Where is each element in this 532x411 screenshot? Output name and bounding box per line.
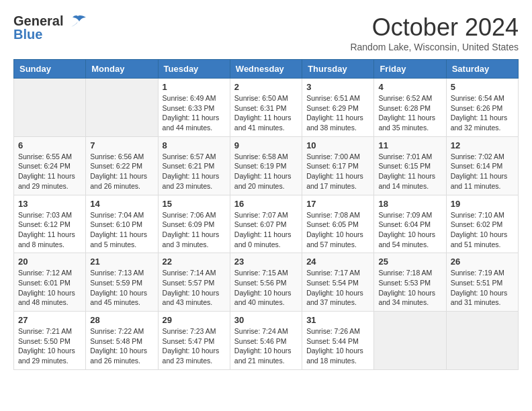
- calendar-week-row: 13Sunrise: 7:03 AMSunset: 6:12 PMDayligh…: [14, 195, 519, 253]
- day-number: 14: [90, 199, 153, 209]
- calendar-week-row: 20Sunrise: 7:12 AMSunset: 6:01 PMDayligh…: [14, 253, 519, 312]
- day-number: 25: [378, 257, 441, 267]
- day-of-week-header: Saturday: [446, 60, 518, 79]
- day-info: Sunrise: 7:08 AMSunset: 6:05 PMDaylight:…: [306, 210, 369, 250]
- calendar-cell: 22Sunrise: 7:14 AMSunset: 5:57 PMDayligh…: [158, 253, 230, 312]
- day-info: Sunrise: 6:56 AMSunset: 6:22 PMDaylight:…: [90, 152, 153, 191]
- day-info: Sunrise: 7:26 AMSunset: 5:44 PMDaylight:…: [306, 326, 369, 366]
- calendar-cell: 9Sunrise: 6:58 AMSunset: 6:19 PMDaylight…: [230, 136, 302, 195]
- calendar-cell: 20Sunrise: 7:12 AMSunset: 6:01 PMDayligh…: [14, 253, 86, 312]
- logo-bird-icon: [69, 15, 87, 30]
- day-number: 2: [234, 82, 298, 92]
- day-number: 27: [18, 315, 81, 325]
- calendar-cell: 26Sunrise: 7:19 AMSunset: 5:51 PMDayligh…: [446, 253, 518, 312]
- day-number: 22: [163, 257, 226, 267]
- calendar-cell: [446, 312, 518, 370]
- day-number: 21: [90, 257, 153, 267]
- calendar-cell: 12Sunrise: 7:02 AMSunset: 6:14 PMDayligh…: [446, 136, 518, 195]
- day-of-week-header: Friday: [374, 60, 446, 79]
- logo: General Blue: [13, 13, 87, 42]
- day-number: 4: [378, 82, 441, 92]
- day-number: 19: [451, 199, 514, 209]
- calendar-cell: 23Sunrise: 7:15 AMSunset: 5:56 PMDayligh…: [230, 253, 302, 312]
- day-number: 15: [163, 199, 226, 209]
- day-info: Sunrise: 7:22 AMSunset: 5:48 PMDaylight:…: [90, 326, 153, 366]
- day-number: 7: [90, 140, 153, 150]
- calendar-cell: 27Sunrise: 7:21 AMSunset: 5:50 PMDayligh…: [14, 312, 86, 370]
- logo-blue-text: Blue: [13, 27, 42, 42]
- day-number: 5: [451, 82, 514, 92]
- day-info: Sunrise: 6:57 AMSunset: 6:21 PMDaylight:…: [163, 152, 226, 191]
- day-info: Sunrise: 7:07 AMSunset: 6:07 PMDaylight:…: [234, 210, 298, 250]
- calendar-cell: 10Sunrise: 7:00 AMSunset: 6:17 PMDayligh…: [302, 136, 374, 195]
- calendar-cell: 1Sunrise: 6:49 AMSunset: 6:33 PMDaylight…: [158, 79, 230, 137]
- calendar-cell: 16Sunrise: 7:07 AMSunset: 6:07 PMDayligh…: [230, 195, 302, 253]
- day-number: 31: [306, 315, 369, 325]
- calendar-cell: 30Sunrise: 7:24 AMSunset: 5:46 PMDayligh…: [230, 312, 302, 370]
- calendar-header-row: SundayMondayTuesdayWednesdayThursdayFrid…: [14, 60, 519, 79]
- day-info: Sunrise: 6:52 AMSunset: 6:28 PMDaylight:…: [378, 93, 441, 133]
- day-number: 6: [18, 140, 81, 150]
- day-info: Sunrise: 6:49 AMSunset: 6:33 PMDaylight:…: [163, 93, 226, 133]
- day-number: 11: [378, 140, 441, 150]
- calendar-week-row: 27Sunrise: 7:21 AMSunset: 5:50 PMDayligh…: [14, 312, 519, 370]
- day-info: Sunrise: 7:23 AMSunset: 5:47 PMDaylight:…: [163, 326, 226, 366]
- day-number: 12: [451, 140, 514, 150]
- calendar-cell: [86, 79, 158, 137]
- day-info: Sunrise: 7:04 AMSunset: 6:10 PMDaylight:…: [90, 210, 153, 250]
- day-number: 10: [306, 140, 369, 150]
- day-info: Sunrise: 7:15 AMSunset: 5:56 PMDaylight:…: [234, 268, 298, 308]
- calendar-cell: [374, 312, 446, 370]
- calendar-cell: 7Sunrise: 6:56 AMSunset: 6:22 PMDaylight…: [86, 136, 158, 195]
- calendar-cell: 21Sunrise: 7:13 AMSunset: 5:59 PMDayligh…: [86, 253, 158, 312]
- calendar-cell: 14Sunrise: 7:04 AMSunset: 6:10 PMDayligh…: [86, 195, 158, 253]
- day-info: Sunrise: 6:58 AMSunset: 6:19 PMDaylight:…: [234, 152, 298, 191]
- day-info: Sunrise: 7:24 AMSunset: 5:46 PMDaylight:…: [234, 326, 298, 366]
- month-title: October 2024: [350, 13, 519, 42]
- title-section: October 2024 Random Lake, Wisconsin, Uni…: [350, 13, 519, 52]
- day-number: 23: [234, 257, 298, 267]
- calendar-cell: 17Sunrise: 7:08 AMSunset: 6:05 PMDayligh…: [302, 195, 374, 253]
- day-number: 1: [163, 82, 226, 92]
- calendar-cell: 25Sunrise: 7:18 AMSunset: 5:53 PMDayligh…: [374, 253, 446, 312]
- calendar-cell: [14, 79, 86, 137]
- day-number: 30: [234, 315, 298, 325]
- day-number: 18: [378, 199, 441, 209]
- day-of-week-header: Tuesday: [158, 60, 230, 79]
- day-info: Sunrise: 7:18 AMSunset: 5:53 PMDaylight:…: [378, 268, 441, 308]
- calendar-cell: 13Sunrise: 7:03 AMSunset: 6:12 PMDayligh…: [14, 195, 86, 253]
- calendar-cell: 28Sunrise: 7:22 AMSunset: 5:48 PMDayligh…: [86, 312, 158, 370]
- day-info: Sunrise: 7:12 AMSunset: 6:01 PMDaylight:…: [18, 268, 81, 308]
- day-number: 26: [451, 257, 514, 267]
- day-info: Sunrise: 6:54 AMSunset: 6:26 PMDaylight:…: [451, 93, 514, 133]
- calendar-cell: 6Sunrise: 6:55 AMSunset: 6:24 PMDaylight…: [14, 136, 86, 195]
- calendar-cell: 4Sunrise: 6:52 AMSunset: 6:28 PMDaylight…: [374, 79, 446, 137]
- day-of-week-header: Sunday: [14, 60, 86, 79]
- calendar-cell: 5Sunrise: 6:54 AMSunset: 6:26 PMDaylight…: [446, 79, 518, 137]
- day-info: Sunrise: 7:03 AMSunset: 6:12 PMDaylight:…: [18, 210, 81, 250]
- day-of-week-header: Thursday: [302, 60, 374, 79]
- day-info: Sunrise: 7:13 AMSunset: 5:59 PMDaylight:…: [90, 268, 153, 308]
- day-number: 9: [234, 140, 298, 150]
- day-number: 8: [163, 140, 226, 150]
- day-number: 24: [306, 257, 369, 267]
- location-text: Random Lake, Wisconsin, United States: [350, 42, 519, 52]
- day-info: Sunrise: 7:01 AMSunset: 6:15 PMDaylight:…: [378, 152, 441, 191]
- day-info: Sunrise: 7:02 AMSunset: 6:14 PMDaylight:…: [451, 152, 514, 191]
- calendar-cell: 15Sunrise: 7:06 AMSunset: 6:09 PMDayligh…: [158, 195, 230, 253]
- day-info: Sunrise: 7:14 AMSunset: 5:57 PMDaylight:…: [163, 268, 226, 308]
- day-info: Sunrise: 7:06 AMSunset: 6:09 PMDaylight:…: [163, 210, 226, 250]
- day-number: 29: [163, 315, 226, 325]
- day-of-week-header: Wednesday: [230, 60, 302, 79]
- day-number: 28: [90, 315, 153, 325]
- calendar-cell: 8Sunrise: 6:57 AMSunset: 6:21 PMDaylight…: [158, 136, 230, 195]
- day-info: Sunrise: 7:09 AMSunset: 6:04 PMDaylight:…: [378, 210, 441, 250]
- calendar-cell: 18Sunrise: 7:09 AMSunset: 6:04 PMDayligh…: [374, 195, 446, 253]
- day-info: Sunrise: 7:10 AMSunset: 6:02 PMDaylight:…: [451, 210, 514, 250]
- calendar-cell: 11Sunrise: 7:01 AMSunset: 6:15 PMDayligh…: [374, 136, 446, 195]
- day-info: Sunrise: 7:17 AMSunset: 5:54 PMDaylight:…: [306, 268, 369, 308]
- day-info: Sunrise: 6:50 AMSunset: 6:31 PMDaylight:…: [234, 93, 298, 133]
- calendar-cell: 31Sunrise: 7:26 AMSunset: 5:44 PMDayligh…: [302, 312, 374, 370]
- day-number: 17: [306, 199, 369, 209]
- calendar-cell: 2Sunrise: 6:50 AMSunset: 6:31 PMDaylight…: [230, 79, 302, 137]
